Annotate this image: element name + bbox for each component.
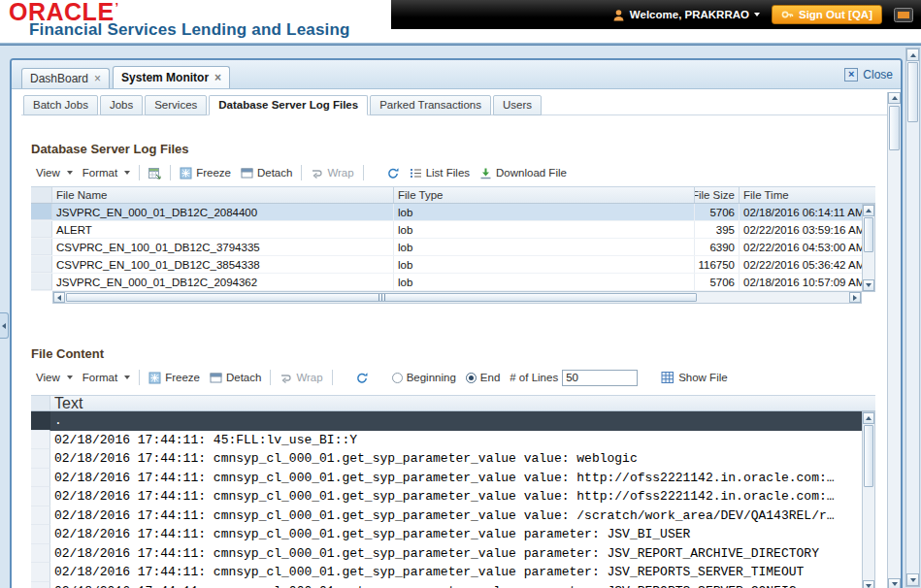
row-selector[interactable] [31, 469, 50, 488]
row-selector[interactable] [31, 239, 52, 255]
show-file-button[interactable]: Show File [656, 369, 733, 386]
radio-end[interactable]: End [461, 370, 505, 385]
tab-dashboard[interactable]: DashBoard × [21, 68, 110, 88]
log-line[interactable]: 02/18/2016 17:44:11: cmnsyp_cl_000_01.ge… [31, 582, 875, 588]
scroll-up-button[interactable] [863, 412, 874, 424]
download-icon [479, 167, 492, 180]
scroll-down-button[interactable] [863, 580, 874, 588]
session-icon[interactable] [894, 8, 913, 22]
subtab-users[interactable]: Users [493, 95, 542, 115]
detach-button[interactable]: Detach [236, 165, 297, 181]
table-row[interactable]: JSVPRC_EN_000_01_DB12C_2084400 lob 5706 … [31, 204, 862, 221]
close-window-button[interactable]: × Close [844, 68, 893, 82]
sign-out-button[interactable]: Sign Out [QA] [772, 5, 882, 24]
view-menu-button[interactable]: View [31, 165, 78, 180]
log-line[interactable]: 02/18/2016 17:44:11: cmnsyp_cl_000_01.ge… [31, 563, 875, 582]
column-header-file-name[interactable]: File Name [52, 187, 394, 203]
subtab-batch-jobs[interactable]: Batch Jobs [23, 95, 98, 115]
scroll-down-button[interactable] [863, 279, 874, 291]
radio-beginning[interactable]: Beginning [387, 370, 461, 385]
radio-button-icon[interactable] [392, 373, 403, 383]
log-line[interactable]: 02/18/2016 17:44:11: cmnsyp_cl_000_01.ge… [31, 506, 875, 526]
row-selector[interactable] [31, 563, 50, 582]
table-row[interactable]: CSVPRC_EN_100_01_DB12C_3794335 lob 6390 … [31, 239, 862, 256]
log-line[interactable]: 02/18/2016 17:44:11: cmnsyp_cl_000_01.ge… [31, 525, 875, 544]
column-header-file-type[interactable]: File Type [394, 187, 695, 203]
scroll-up-button[interactable] [863, 205, 874, 216]
table-row[interactable]: CSVPRC_EN_100_01_DB12C_3854338 lob 11675… [31, 256, 862, 274]
subtab-database-server-log-files[interactable]: Database Server Log Files [209, 95, 368, 115]
wrap-button[interactable]: Wrap [306, 165, 358, 181]
detach-label: Detach [226, 372, 261, 383]
num-lines-input[interactable] [562, 370, 638, 386]
scrollbar-thumb[interactable] [907, 62, 918, 122]
format-menu-button[interactable]: Format [78, 370, 135, 385]
panel-collapse-handle[interactable] [0, 312, 9, 339]
page-scrollbar[interactable] [905, 48, 920, 587]
row-selector[interactable] [31, 582, 50, 588]
scroll-up-button[interactable] [906, 49, 919, 61]
row-selector[interactable] [31, 204, 52, 220]
log-files-vertical-scrollbar[interactable] [862, 204, 875, 292]
file-content-toolbar: View Format Freeze [31, 366, 901, 389]
scroll-right-button[interactable] [849, 292, 861, 303]
table-row[interactable]: JSVPRC_EN_000_01_DB12C_2094362 lob 5706 … [31, 274, 862, 291]
subtab-jobs[interactable]: Jobs [100, 95, 143, 115]
list-files-button[interactable]: List Files [405, 165, 475, 181]
scrollbar-thumb[interactable] [66, 293, 697, 302]
row-selector[interactable] [31, 506, 50, 526]
scrollbar-thumb[interactable] [864, 425, 873, 487]
page: ORACLE’ Financial Services Lending and L… [0, 0, 921, 588]
scroll-left-button[interactable] [53, 292, 65, 303]
freeze-button[interactable]: Freeze [144, 370, 205, 386]
export-button[interactable] [144, 165, 166, 181]
log-line[interactable]: . [31, 411, 875, 431]
window-tab-bar: DashBoard × System Monitor × × Close [12, 60, 901, 89]
window-content: Batch Jobs Jobs Services Database Server… [12, 90, 901, 588]
cell-file-time: 02/18/2016 10:57:09 AM [740, 274, 862, 290]
column-header-file-size[interactable]: File Size [695, 187, 740, 203]
log-line[interactable]: 02/18/2016 17:44:11: cmnsyp_cl_000_01.ge… [31, 449, 875, 469]
chevron-down-icon [754, 13, 760, 16]
log-line[interactable]: 02/18/2016 17:44:11: cmnsyp_cl_000_01.ge… [31, 469, 875, 488]
log-line[interactable]: 02/18/2016 17:44:11: cmnsyp_cl_000_01.ge… [31, 487, 875, 506]
wrap-button[interactable]: Wrap [275, 370, 327, 386]
format-menu-button[interactable]: Format [78, 165, 135, 180]
scroll-down-button[interactable] [906, 573, 919, 586]
subtab-parked-transactions[interactable]: Parked Transactions [370, 95, 491, 115]
content-scrollbar[interactable] [887, 92, 901, 588]
table-row[interactable]: ALERT lob 395 02/22/2016 03:59:16 AM [31, 221, 862, 239]
file-content-vertical-scrollbar[interactable] [862, 411, 875, 588]
row-selector[interactable] [31, 431, 50, 450]
row-selector[interactable] [31, 274, 52, 290]
log-line-text: 02/18/2016 17:44:11: cmnsyp_cl_000_01.ge… [50, 582, 875, 588]
row-selector[interactable] [31, 256, 52, 273]
scroll-down-button[interactable] [888, 578, 901, 588]
row-selector[interactable] [31, 449, 50, 469]
scroll-up-button[interactable] [888, 92, 901, 104]
column-header-text[interactable]: Text [50, 396, 875, 410]
view-menu-button[interactable]: View [31, 370, 78, 385]
refresh-button[interactable] [381, 165, 405, 181]
tab-system-monitor[interactable]: System Monitor × [113, 66, 230, 88]
subtab-services[interactable]: Services [145, 95, 207, 115]
freeze-button[interactable]: Freeze [175, 165, 236, 181]
scrollbar-thumb[interactable] [864, 217, 873, 252]
row-selector[interactable] [31, 487, 50, 506]
download-file-button[interactable]: Download File [475, 165, 572, 181]
column-header-file-time[interactable]: File Time [740, 187, 875, 203]
radio-button-icon[interactable] [466, 373, 477, 383]
tab-close-icon[interactable]: × [94, 74, 101, 83]
log-files-horizontal-scrollbar[interactable] [52, 291, 862, 304]
detach-button[interactable]: Detach [205, 370, 266, 386]
tab-close-icon[interactable]: × [214, 73, 221, 82]
scrollbar-thumb[interactable] [889, 106, 900, 150]
refresh-button[interactable] [350, 370, 374, 386]
row-selector[interactable] [31, 544, 50, 564]
log-line[interactable]: 02/18/2016 17:44:11: cmnsyp_cl_000_01.ge… [31, 544, 875, 564]
row-selector[interactable] [31, 525, 50, 544]
log-line[interactable]: 02/18/2016 17:44:11: 45:FLL:lv_use_BI::Y [31, 431, 875, 450]
row-selector[interactable] [31, 411, 50, 431]
row-selector[interactable] [31, 221, 52, 238]
welcome-menu[interactable]: Welcome, PRAKRRAO [612, 9, 760, 21]
